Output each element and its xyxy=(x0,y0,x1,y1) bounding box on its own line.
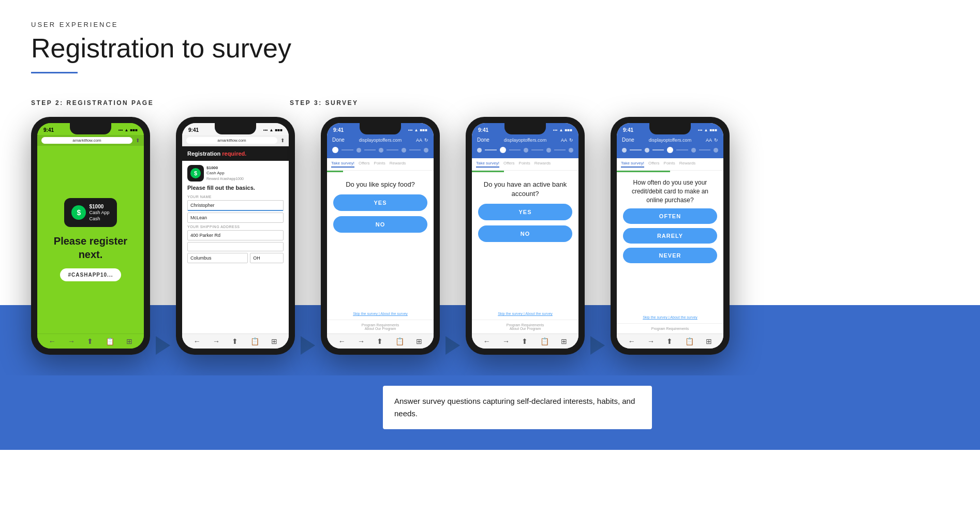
address2-input[interactable] xyxy=(187,242,284,251)
phone4-screen: 9:41 ▪▪▪ ▲ ■■■ Done displayoptoffers.com xyxy=(472,123,578,349)
annotation-box: Answer survey questions capturing self-d… xyxy=(383,386,652,429)
phone1-tag: #CASHAPP10... xyxy=(60,268,122,281)
tab5-points[interactable]: Points xyxy=(664,161,675,168)
phone4-tab-btn[interactable]: ⊞ xyxy=(561,337,567,345)
tab4-offers[interactable]: Offers xyxy=(503,161,515,168)
tab-rewards[interactable]: Rewards xyxy=(390,161,406,168)
phone1-tab-btn[interactable]: ⊞ xyxy=(126,337,132,345)
cashapp-name: Cash App xyxy=(89,210,109,216)
phone2: 9:41 ▪▪▪ ▲ ■■■ amarktflow.com ⬆ xyxy=(176,117,295,355)
phone4-share-btn[interactable]: ⬆ xyxy=(522,337,528,345)
annotation-text: Answer survey questions capturing self-d… xyxy=(383,386,652,429)
phones-section: 9:41 ▪▪▪ ▲ ■■■ amarktflow.com ⬆ xyxy=(0,117,980,450)
arrow4 xyxy=(585,336,611,355)
phone1-browser-bar: amarktflow.com ⬆ xyxy=(37,135,144,146)
phone1-share-btn[interactable]: ⬆ xyxy=(87,337,93,345)
phone5-url: displayoptoffers.com xyxy=(649,138,691,143)
cashapp-icon-sm: $ xyxy=(190,168,201,178)
phone4-tabs: Take survey! Offers Points Rewards xyxy=(472,158,578,171)
city-input[interactable]: Columbus xyxy=(187,253,248,263)
survey-question-1: Do you like spicy food? xyxy=(346,180,415,189)
tab5-offers[interactable]: Offers xyxy=(648,161,660,168)
phone1-headline: Please register next. xyxy=(54,234,127,261)
phone2-status-icons: ▪▪▪ ▲ ■■■ xyxy=(263,128,283,132)
phone2-tab-btn[interactable]: ⊞ xyxy=(271,337,277,345)
skip-links-2[interactable]: Skip the survey | About the survey xyxy=(498,312,553,315)
phone3-back-btn[interactable]: ← xyxy=(338,337,346,345)
phone3-notch xyxy=(360,123,401,134)
phone5-tab-btn[interactable]: ⊞ xyxy=(706,337,712,345)
phone4-browser-bar: Done displayoptoffers.com AA ↻ xyxy=(472,135,578,145)
phone5-book-btn[interactable]: 📋 xyxy=(685,337,694,345)
phone4-back-btn[interactable]: ← xyxy=(483,337,491,345)
arrow1 xyxy=(150,336,176,355)
tab4-rewards[interactable]: Rewards xyxy=(534,161,551,168)
cashapp-badge: $ $1000 Cash App Cash xyxy=(64,198,116,227)
tab-take-survey[interactable]: Take survey! xyxy=(331,161,354,168)
survey-question-3: How often do you use your credit/debit c… xyxy=(623,178,717,204)
never-button[interactable]: NEVER xyxy=(623,248,717,263)
phone5-wrapper: 9:41 ▪▪▪ ▲ ■■■ Done displayoptoffers.com xyxy=(611,117,730,355)
first-name-input[interactable]: Christopher xyxy=(187,200,284,211)
phone2-share-btn[interactable]: ⬆ xyxy=(232,337,238,345)
phone5-done[interactable]: Done xyxy=(622,137,634,143)
phone1-forward-btn[interactable]: → xyxy=(68,337,75,345)
survey-question-2: Do you have an active bank account? xyxy=(478,180,572,199)
phone4-done[interactable]: Done xyxy=(477,137,489,143)
phone3-done[interactable]: Done xyxy=(332,137,345,143)
phone1-time: 9:41 xyxy=(43,127,54,133)
pdot-active xyxy=(332,147,338,153)
cashapp-sub: Cash xyxy=(89,216,109,222)
yes-button[interactable]: YES xyxy=(333,194,427,211)
phone5-back-btn[interactable]: ← xyxy=(628,337,635,345)
phone3-tab-btn[interactable]: ⊞ xyxy=(416,337,422,345)
phone1-back-btn[interactable]: ← xyxy=(49,337,56,345)
phone2-content: Registration required. $ xyxy=(182,146,289,334)
skip-links-1[interactable]: Skip the survey | About the survey xyxy=(353,312,408,315)
phone5-forward-btn[interactable]: → xyxy=(647,337,655,345)
phone3-share-btn[interactable]: ⬆ xyxy=(377,337,383,345)
rarely-button[interactable]: RARELY xyxy=(623,228,717,244)
phone4-book-btn[interactable]: 📋 xyxy=(540,337,549,345)
phone5-footer: Program Requirements xyxy=(617,323,723,334)
phone5-share-btn[interactable]: ⬆ xyxy=(666,337,673,345)
phone1-status-icons: ▪▪▪ ▲ ■■■ xyxy=(118,128,138,132)
phone3-bottom-nav: ← → ⬆ 📋 ⊞ xyxy=(327,334,434,349)
phone3-url: displayoptoffers.com xyxy=(359,138,402,143)
tab-offers[interactable]: Offers xyxy=(359,161,370,168)
skip-links-3[interactable]: Skip the survey | About the survey xyxy=(643,315,697,319)
no-button[interactable]: NO xyxy=(333,216,427,233)
phone1: 9:41 ▪▪▪ ▲ ■■■ amarktflow.com ⬆ xyxy=(31,117,150,355)
yes-button-4[interactable]: YES xyxy=(478,204,572,220)
state-input[interactable]: OH xyxy=(250,253,284,263)
cashapp-amount: $1000 xyxy=(89,203,109,210)
phone4-forward-btn[interactable]: → xyxy=(502,337,510,345)
phone2-book-btn[interactable]: 📋 xyxy=(250,337,259,345)
city-state-row: Columbus OH xyxy=(187,253,284,263)
tab-points[interactable]: Points xyxy=(374,161,385,168)
phone1-book-btn[interactable]: 📋 xyxy=(106,337,114,345)
phone5-progress xyxy=(617,145,723,158)
arrow3 xyxy=(440,336,466,355)
phone4-wrapper: 9:41 ▪▪▪ ▲ ■■■ Done displayoptoffers.com xyxy=(466,117,585,355)
phone3-forward-btn[interactable]: → xyxy=(358,337,365,345)
step2-label: STEP 2: REGISTRATION PAGE xyxy=(31,99,290,107)
tab5-take-survey[interactable]: Take survey! xyxy=(621,161,644,168)
tab4-points[interactable]: Points xyxy=(519,161,530,168)
phone2-back-btn[interactable]: ← xyxy=(194,337,201,345)
phone3-book-btn[interactable]: 📋 xyxy=(395,337,404,345)
address1-input[interactable]: 400 Parker Rd xyxy=(187,230,284,240)
tab5-rewards[interactable]: Rewards xyxy=(679,161,696,168)
phone2-screen: 9:41 ▪▪▪ ▲ ■■■ amarktflow.com ⬆ xyxy=(182,123,289,349)
tab4-take-survey[interactable]: Take survey! xyxy=(476,161,499,168)
phone1-screen: 9:41 ▪▪▪ ▲ ■■■ amarktflow.com ⬆ xyxy=(37,123,144,349)
phone2-bottom-nav: ← → ⬆ 📋 ⊞ xyxy=(182,334,289,349)
phone3-browser-bar: Done displayoptoffers.com AA ↻ xyxy=(327,135,434,145)
phone5-browser-bar: Done displayoptoffers.com AA ↻ xyxy=(617,135,723,145)
no-button-4[interactable]: NO xyxy=(478,225,572,242)
last-name-input[interactable]: McLean xyxy=(187,213,284,223)
phone2-forward-btn[interactable]: → xyxy=(213,337,220,345)
cashapp-info: $1000 Cash App Cash xyxy=(89,203,109,222)
page-title: Registration to survey xyxy=(31,33,949,64)
often-button[interactable]: OFTEN xyxy=(623,208,717,224)
